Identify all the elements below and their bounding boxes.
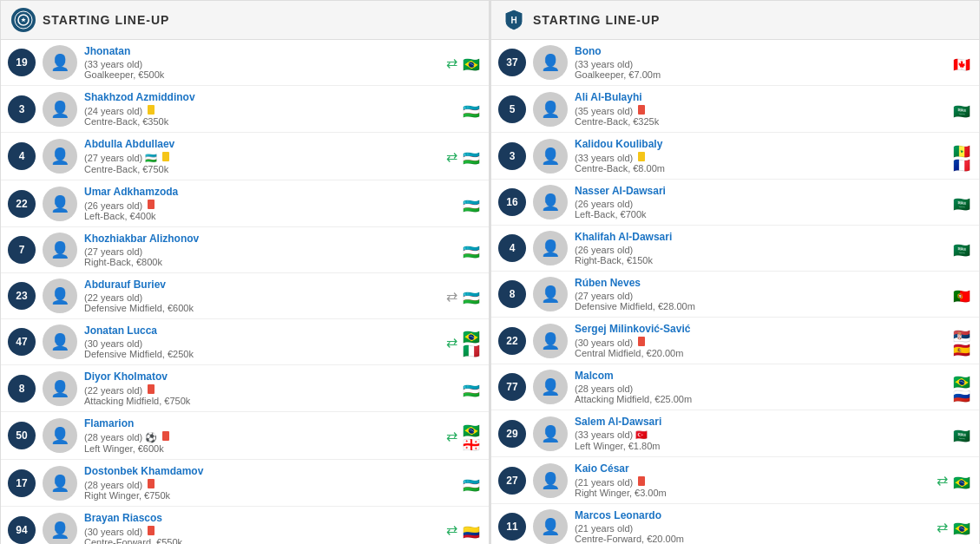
main-container: STARTING LINE-UP 19 👤 Jhonatan (33 years… bbox=[0, 0, 980, 544]
player-name[interactable]: Ali Al-Bulayhi bbox=[575, 91, 941, 103]
team-right-title: STARTING LINE-UP bbox=[533, 13, 660, 27]
substitution-icon: ⇄ bbox=[446, 148, 457, 165]
player-flags: 🇺🇿 bbox=[463, 290, 482, 302]
substitution-icon: ⇄ bbox=[937, 519, 948, 535]
player-name[interactable]: Khozhiakbar Alizhonov bbox=[84, 233, 451, 245]
player-avatar: 👤 bbox=[43, 139, 77, 174]
player-flags: 🇺🇿 bbox=[463, 103, 482, 115]
player-row: 27 👤 Kaio César (21 years old) Right Win… bbox=[491, 457, 979, 504]
player-info: Brayan Riascos (30 years old) Centre-For… bbox=[84, 512, 439, 544]
player-flags: 🇵🇹 bbox=[953, 288, 972, 300]
flag-pt: 🇵🇹 bbox=[953, 288, 972, 300]
player-avatar: 👤 bbox=[533, 45, 568, 80]
flag-br: 🇧🇷 bbox=[953, 475, 972, 487]
player-name[interactable]: Malcom bbox=[575, 370, 941, 382]
player-row: 94 👤 Brayan Riascos (30 years old) Centr… bbox=[1, 507, 489, 544]
team-left-title: STARTING LINE-UP bbox=[43, 13, 169, 27]
player-icons: ⇄ bbox=[446, 334, 457, 351]
flag-es: 🇪🇸 bbox=[953, 342, 972, 354]
player-info: Bono (33 years old)Goalkeeper, €7.00m bbox=[575, 45, 941, 80]
player-name[interactable]: Jhonatan bbox=[84, 45, 439, 57]
player-info: Khalifah Al-Dawsari (26 years old)Right-… bbox=[575, 231, 941, 265]
flag-rs: 🇷🇸 bbox=[953, 328, 972, 340]
flag-uz: 🇺🇿 bbox=[463, 477, 482, 489]
player-flags: 🇸🇦 bbox=[953, 428, 972, 440]
player-name[interactable]: Abdulla Abdullaev bbox=[84, 138, 439, 150]
player-flags: 🇧🇷 bbox=[953, 475, 972, 487]
player-name[interactable]: Brayan Riascos bbox=[84, 512, 439, 524]
player-name[interactable]: Jonatan Lucca bbox=[84, 324, 439, 337]
player-name[interactable]: Khalifah Al-Dawsari bbox=[575, 231, 941, 243]
svg-text:H: H bbox=[510, 16, 516, 25]
flag-ge: 🇬🇪 bbox=[463, 436, 482, 449]
player-details: (30 years old)Defensive Midfield, €250k bbox=[84, 338, 439, 359]
player-flags: 🇧🇷 🇮🇹 bbox=[463, 329, 482, 355]
player-details: (28 years old) Right Winger, €750k bbox=[84, 479, 451, 501]
player-number: 8 bbox=[8, 375, 36, 403]
player-number: 8 bbox=[498, 280, 526, 308]
player-name[interactable]: Shakhzod Azmiddinov bbox=[84, 91, 451, 103]
player-icons: ⇄ bbox=[446, 288, 457, 305]
player-icons: ⇄ bbox=[446, 428, 457, 444]
player-flags: 🇨🇦 bbox=[953, 56, 972, 69]
team-right: H STARTING LINE-UP 37 👤 Bono (33 years o… bbox=[490, 0, 980, 544]
player-info: Marcos Leonardo (21 years old)Centre-For… bbox=[575, 509, 930, 544]
player-flags: 🇷🇸 🇪🇸 bbox=[953, 328, 972, 354]
player-icons: ⇄ bbox=[446, 148, 457, 165]
player-info: Rúben Neves (27 years old)Defensive Midf… bbox=[575, 277, 941, 311]
player-name[interactable]: Diyor Kholmatov bbox=[84, 370, 451, 383]
flag-br: 🇧🇷 bbox=[953, 521, 972, 533]
flag-uz: 🇺🇿 bbox=[463, 150, 482, 162]
flag-sa: 🇸🇦 bbox=[953, 428, 972, 440]
player-details: (26 years old) Left-Back, €400k bbox=[84, 200, 451, 221]
player-name[interactable]: Marcos Leonardo bbox=[575, 509, 930, 521]
player-name[interactable]: Umar Adkhamzoda bbox=[84, 186, 451, 198]
player-number: 94 bbox=[8, 516, 36, 544]
player-details: (27 years old)Right-Back, €800k bbox=[84, 246, 451, 267]
player-icons: ⇄ bbox=[937, 519, 948, 535]
flag-uz: 🇺🇿 bbox=[463, 290, 482, 302]
player-number: 17 bbox=[8, 469, 36, 497]
player-row: 50 👤 Flamarion (28 years old) ⚽ Left Win… bbox=[1, 412, 489, 460]
player-flags: 🇺🇿 bbox=[463, 150, 482, 162]
player-avatar: 👤 bbox=[533, 416, 568, 451]
player-name[interactable]: Salem Al-Dawsari bbox=[575, 416, 941, 428]
player-details: (30 years old) Central Midfield, €20.00m bbox=[575, 337, 941, 358]
player-row: 16 👤 Nasser Al-Dawsari (26 years old)Lef… bbox=[491, 180, 979, 226]
flag-br: 🇧🇷 bbox=[953, 374, 972, 386]
player-row: 4 👤 Khalifah Al-Dawsari (26 years old)Ri… bbox=[491, 226, 979, 272]
substitution-icon-gray: ⇄ bbox=[446, 288, 457, 305]
player-info: Abdulla Abdullaev (27 years old) 🇺🇿 Cent… bbox=[84, 138, 439, 174]
player-name[interactable]: Flamarion bbox=[84, 417, 439, 429]
teams-row: STARTING LINE-UP 19 👤 Jhonatan (33 years… bbox=[0, 0, 980, 544]
substitution-icon: ⇄ bbox=[446, 428, 457, 444]
player-flags: 🇧🇷 bbox=[953, 521, 972, 533]
player-avatar: 👤 bbox=[43, 233, 77, 267]
player-details: (33 years old) 🇹🇷Left Winger, €1.80m bbox=[575, 429, 941, 451]
player-name[interactable]: Kalidou Koulibaly bbox=[575, 138, 941, 150]
player-info: Flamarion (28 years old) ⚽ Left Winger, … bbox=[84, 417, 439, 454]
player-info: Khozhiakbar Alizhonov (27 years old)Righ… bbox=[84, 233, 451, 267]
player-info: Shakhzod Azmiddinov (24 years old) Centr… bbox=[84, 91, 451, 127]
player-details: (33 years old)Goalkeeper, €7.00m bbox=[575, 59, 941, 80]
player-row: 22 👤 Sergej Milinković-Savić (30 years o… bbox=[491, 318, 979, 364]
player-name[interactable]: Sergej Milinković-Savić bbox=[575, 323, 941, 335]
player-details: (33 years old)Goalkeeper, €500k bbox=[84, 59, 439, 80]
player-name[interactable]: Bono bbox=[575, 45, 941, 57]
player-number: 11 bbox=[498, 513, 526, 541]
player-number: 47 bbox=[8, 328, 36, 356]
player-details: (22 years old) Attacking Midfield, €750k bbox=[84, 384, 451, 406]
player-name[interactable]: Abdurauf Buriev bbox=[84, 279, 439, 291]
player-avatar: 👤 bbox=[533, 139, 568, 174]
player-details: (35 years old) Centre-Back, €325k bbox=[575, 105, 941, 127]
player-number: 3 bbox=[498, 142, 526, 170]
player-name[interactable]: Rúben Neves bbox=[575, 277, 941, 289]
player-info: Abdurauf Buriev (22 years old)Defensive … bbox=[84, 279, 439, 313]
player-name[interactable]: Nasser Al-Dawsari bbox=[575, 185, 941, 197]
player-name[interactable]: Dostonbek Khamdamov bbox=[84, 465, 451, 477]
substitution-icon: ⇄ bbox=[446, 521, 457, 538]
flag-br: 🇧🇷 bbox=[463, 329, 482, 341]
player-number: 27 bbox=[498, 467, 526, 495]
player-avatar: 👤 bbox=[533, 370, 568, 404]
player-name[interactable]: Kaio César bbox=[575, 462, 930, 475]
